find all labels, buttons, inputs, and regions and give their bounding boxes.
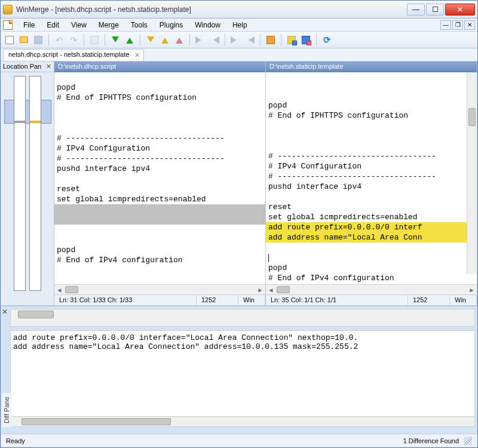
scroll-thumb[interactable] xyxy=(18,311,54,318)
left-editor[interactable]: popd# End of IPHTTPS configuration# ----… xyxy=(54,72,265,284)
copy-left-button[interactable] xyxy=(208,33,221,47)
document-icon[interactable] xyxy=(3,20,13,30)
next-diff-button[interactable] xyxy=(123,33,136,47)
menu-help[interactable]: Help xyxy=(226,20,253,30)
code-line[interactable] xyxy=(266,121,477,131)
minimize-button[interactable]: — xyxy=(407,4,425,16)
code-line[interactable] xyxy=(266,131,477,141)
scroll-right-icon[interactable]: ► xyxy=(255,285,265,295)
menu-merge[interactable]: Merge xyxy=(93,20,125,30)
left-hscrollbar[interactable]: ◄ ► xyxy=(54,284,265,294)
right-hscrollbar[interactable]: ◄ ► xyxy=(266,284,477,294)
code-line[interactable]: # End of IPHTTPS configuration xyxy=(54,93,265,103)
code-line[interactable] xyxy=(266,192,477,202)
diff-list-button[interactable] xyxy=(88,33,101,47)
menu-file[interactable]: File xyxy=(17,20,41,30)
menu-tools[interactable]: Tools xyxy=(125,20,154,30)
code-line[interactable]: # ---------------------------------- xyxy=(266,151,477,161)
scroll-thumb[interactable] xyxy=(65,286,78,293)
diff-pane-hscrollbar[interactable] xyxy=(10,417,475,427)
toggle-1-button[interactable] xyxy=(264,33,277,47)
right-vscrollbar[interactable] xyxy=(467,72,477,274)
diff-pane-text[interactable]: add route prefix=0.0.0.0/0 interface="Lo… xyxy=(10,330,475,417)
code-line[interactable] xyxy=(54,204,265,214)
menu-view[interactable]: View xyxy=(65,20,93,30)
code-line[interactable]: add route prefix=0.0.0.0/0 interf xyxy=(266,222,477,232)
new-button[interactable] xyxy=(3,33,16,47)
scroll-left-icon[interactable]: ◄ xyxy=(54,285,65,295)
undo-button[interactable]: ↶ xyxy=(53,33,66,47)
mdi-restore-button[interactable]: ❐ xyxy=(452,20,463,30)
code-line[interactable] xyxy=(54,235,265,245)
right-editor[interactable]: popd# End of IPHTTPS configuration# ----… xyxy=(266,72,477,284)
code-line[interactable]: # ---------------------------------- xyxy=(54,154,265,164)
location-right-column[interactable] xyxy=(29,76,41,291)
code-line[interactable] xyxy=(54,214,265,225)
location-pane-close-icon[interactable]: ✕ xyxy=(46,63,51,70)
code-line[interactable]: pushd interface ipv4 xyxy=(266,182,477,192)
code-line[interactable]: popd xyxy=(266,263,477,273)
current-diff-button[interactable] xyxy=(173,33,186,47)
last-diff-button[interactable] xyxy=(158,33,171,47)
code-line[interactable] xyxy=(266,141,477,151)
code-line[interactable] xyxy=(266,90,477,100)
code-line[interactable]: # ---------------------------------- xyxy=(54,133,265,143)
code-line[interactable] xyxy=(54,72,265,82)
scroll-left-icon[interactable]: ◄ xyxy=(266,285,276,295)
code-line[interactable]: reset xyxy=(266,202,477,212)
redo-button[interactable]: ↶ xyxy=(67,33,80,47)
close-button[interactable]: ✕ xyxy=(445,4,475,16)
code-line[interactable]: # ---------------------------------- xyxy=(266,171,477,182)
prev-diff-button[interactable] xyxy=(109,33,122,47)
diff-pane-tab-label[interactable]: Diff Pane xyxy=(2,393,11,427)
scroll-thumb[interactable] xyxy=(22,418,171,425)
code-line[interactable]: pushd interface ipv4 xyxy=(54,164,265,174)
mdi-close-button[interactable]: ✕ xyxy=(464,20,475,30)
save-button[interactable] xyxy=(32,33,45,47)
code-line[interactable]: popd xyxy=(266,100,477,111)
code-line[interactable] xyxy=(54,174,265,184)
code-line[interactable] xyxy=(54,103,265,113)
mdi-minimize-button[interactable]: — xyxy=(440,20,451,30)
code-line[interactable] xyxy=(54,225,265,235)
code-line[interactable]: popd xyxy=(54,245,265,255)
maximize-button[interactable]: ☐ xyxy=(426,4,444,16)
code-line[interactable]: reset xyxy=(54,184,265,194)
code-line[interactable] xyxy=(54,113,265,123)
code-line[interactable]: set global icmpredirects=enabled xyxy=(266,212,477,222)
copy-left-advance-button[interactable] xyxy=(243,33,256,47)
first-diff-button[interactable] xyxy=(144,33,157,47)
code-line[interactable] xyxy=(266,243,477,253)
resize-grip-icon[interactable] xyxy=(464,437,472,445)
code-line[interactable] xyxy=(54,123,265,133)
scroll-right-icon[interactable]: ► xyxy=(467,285,477,295)
toggle-3-button[interactable] xyxy=(299,33,312,47)
location-viewport-indicator[interactable] xyxy=(4,100,51,124)
code-line[interactable]: set global icmpredirects=enabled xyxy=(54,194,265,204)
code-line[interactable]: popd xyxy=(54,82,265,93)
left-status-cp: 1252 xyxy=(197,295,238,305)
code-line[interactable] xyxy=(266,253,477,263)
scroll-thumb[interactable] xyxy=(468,108,476,126)
open-button[interactable] xyxy=(17,33,30,47)
code-line[interactable]: add address name="Local Area Conn xyxy=(266,232,477,243)
document-tab[interactable]: netsh.dhcp.script - netsh.staticip.templ… xyxy=(3,49,144,61)
menu-plugins[interactable]: Plugins xyxy=(154,20,189,30)
toggle-2-button[interactable] xyxy=(285,33,298,47)
left-status-eol: Win xyxy=(238,295,265,305)
location-pane-body[interactable] xyxy=(1,72,54,305)
code-line[interactable]: # End of IPv4 configuration xyxy=(266,273,477,283)
menu-window[interactable]: Window xyxy=(189,20,226,30)
copy-right-button[interactable] xyxy=(194,33,207,47)
scroll-thumb[interactable] xyxy=(277,286,290,293)
code-line[interactable]: # IPv4 Configuration xyxy=(54,143,265,154)
code-line[interactable]: # IPv4 Configuration xyxy=(266,161,477,171)
location-left-column[interactable] xyxy=(14,76,26,291)
tab-close-icon[interactable]: ✕ xyxy=(134,51,140,59)
code-line[interactable]: # End of IPv4 configuration xyxy=(54,255,265,265)
refresh-button[interactable]: ⟳ xyxy=(320,33,333,47)
menu-edit[interactable]: Edit xyxy=(41,20,65,30)
code-line[interactable]: # End of IPHTTPS configuration xyxy=(266,111,477,121)
diff-pane-top-scroll[interactable] xyxy=(10,309,475,327)
copy-right-advance-button[interactable] xyxy=(229,33,242,47)
